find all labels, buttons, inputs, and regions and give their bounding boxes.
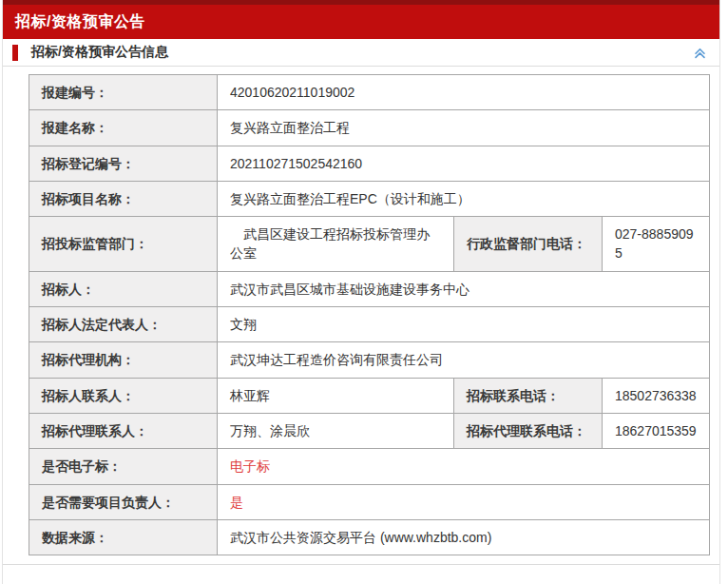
table-row-tenderee: 招标人： 武汉市武昌区城市基础设施建设事务中心 — [29, 271, 710, 306]
table-row-tender-agency: 招标代理机构： 武汉坤达工程造价咨询有限责任公司 — [29, 342, 710, 378]
field-value-tenderee-contact: 林亚辉 — [218, 378, 454, 413]
field-value-registration-number: 42010620211019002 — [218, 75, 710, 110]
field-value-supervision-department: 武昌区建设工程招标投标管理办公室 — [218, 217, 454, 272]
table-row-electronic-bid: 是否电子标： 电子标 — [29, 449, 710, 484]
field-label-tenderee-contact: 招标人联系人： — [29, 378, 218, 413]
field-value-tenderee: 武汉市武昌区城市基础设施建设事务中心 — [218, 271, 710, 306]
field-value-agency-contact: 万翔、涂晨欣 — [218, 413, 454, 448]
table-row-registration-name: 报建名称： 复兴路立面整治工程 — [29, 110, 710, 146]
field-label-registration-number: 报建编号： — [29, 75, 218, 110]
field-label-registration-name: 报建名称： — [29, 110, 218, 146]
field-value-registration-name: 复兴路立面整治工程 — [218, 110, 710, 146]
field-value-tender-registration-number: 202110271502542160 — [218, 146, 710, 181]
field-label-tender-project-name: 招标项目名称： — [29, 181, 218, 216]
field-label-data-source: 数据来源： — [29, 519, 218, 555]
page-container: 招标/资格预审公告 招标/资格预审公告信息 报建编号： 420106202110… — [2, 0, 720, 584]
table-row-agency-contact: 招标代理联系人： 万翔、涂晨欣 招标代理联系电话： 18627015359 — [29, 413, 710, 448]
table-row-legal-representative: 招标人法定代表人： 文翔 — [29, 307, 710, 342]
field-value-electronic-bid: 电子标 — [218, 449, 710, 484]
table-row-data-source: 数据来源： 武汉市公共资源交易平台 (www.whzbtb.com) — [29, 519, 710, 555]
section-title: 招标/资格预审公告信息 — [31, 44, 168, 61]
announcement-info-table: 报建编号： 42010620211019002 报建名称： 复兴路立面整治工程 … — [29, 74, 710, 555]
field-label-supervision-department: 招投标监管部门： — [29, 217, 218, 272]
table-row-project-manager-required: 是否需要项目负责人： 是 — [29, 484, 710, 519]
field-label-tender-contact-phone: 招标联系电话： — [454, 378, 603, 413]
field-label-supervision-phone: 行政监督部门电话： — [454, 217, 603, 272]
field-label-tenderee: 招标人： — [29, 271, 218, 306]
page-title: 招标/资格预审公告 — [15, 12, 145, 32]
table-row-tenderee-contact: 招标人联系人： 林亚辉 招标联系电话： 18502736338 — [29, 378, 710, 413]
field-value-tender-project-name: 复兴路立面整治工程EPC（设计和施工） — [218, 181, 710, 216]
table-row-supervision-department: 招投标监管部门： 武昌区建设工程招标投标管理办公室 行政监督部门电话： 027-… — [29, 217, 710, 272]
page-title-bar: 招标/资格预审公告 — [3, 0, 719, 39]
field-value-tender-contact-phone: 18502736338 — [603, 378, 710, 413]
table-row-tender-project-name: 招标项目名称： 复兴路立面整治工程EPC（设计和施工） — [29, 181, 710, 216]
field-label-tender-agency: 招标代理机构： — [29, 342, 218, 378]
collapse-button[interactable] — [691, 44, 708, 61]
table-row-registration-number: 报建编号： 42010620211019002 — [29, 75, 710, 110]
field-label-agency-contact-phone: 招标代理联系电话： — [454, 413, 603, 448]
field-label-legal-representative: 招标人法定代表人： — [29, 307, 218, 342]
section-header: 招标/资格预审公告信息 — [3, 39, 719, 67]
table-row-tender-registration-number: 招标登记编号： 202110271502542160 — [29, 146, 710, 181]
chevrons-up-icon — [693, 46, 707, 60]
field-value-agency-contact-phone: 18627015359 — [603, 413, 710, 448]
field-value-legal-representative: 文翔 — [218, 307, 710, 342]
field-value-tender-agency: 武汉坤达工程造价咨询有限责任公司 — [218, 342, 710, 378]
bottom-divider — [3, 564, 719, 568]
field-value-supervision-phone: 027-88859095 — [603, 217, 710, 272]
field-label-project-manager-required: 是否需要项目负责人： — [29, 484, 218, 519]
field-value-project-manager-required: 是 — [218, 484, 710, 519]
section-marker-bar — [12, 45, 18, 61]
field-label-agency-contact: 招标代理联系人： — [29, 413, 218, 448]
field-label-tender-registration-number: 招标登记编号： — [29, 146, 218, 181]
field-value-data-source: 武汉市公共资源交易平台 (www.whzbtb.com) — [218, 519, 710, 555]
field-label-electronic-bid: 是否电子标： — [29, 449, 218, 484]
